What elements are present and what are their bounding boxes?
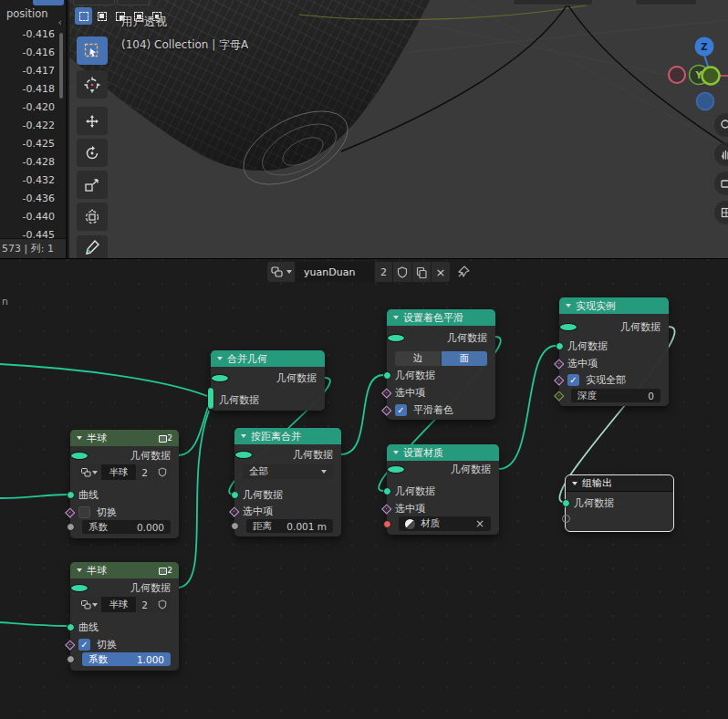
geometry-input-socket[interactable] (383, 371, 391, 380)
depth-field[interactable]: 深度 0 (571, 389, 660, 402)
node-header[interactable]: 组输出 (566, 475, 673, 492)
shield-icon (158, 467, 167, 477)
tool-move-button[interactable] (77, 107, 108, 135)
collapse-chevron-icon[interactable] (217, 357, 223, 360)
tool-rotate-button[interactable] (77, 139, 108, 167)
geometry-output-socket[interactable] (70, 452, 88, 460)
select-mode-extend-button[interactable] (93, 7, 110, 25)
field-value: 1.000 (137, 654, 164, 665)
select-mode-new-button[interactable] (75, 7, 92, 25)
spreadsheet-header-fragment (33, 0, 64, 5)
panel-collapse-arrow[interactable]: ‹ (58, 16, 62, 28)
group-users-count[interactable]: 2 (137, 597, 152, 612)
collapse-chevron-icon[interactable] (393, 451, 399, 454)
group-fake-user-button[interactable] (153, 597, 171, 612)
tree-browse-button[interactable] (267, 262, 295, 282)
collapse-chevron-icon[interactable] (566, 304, 571, 307)
tool-select-box-button[interactable] (77, 36, 108, 65)
fake-user-button[interactable] (393, 262, 411, 282)
merge-mode-dropdown[interactable]: 全部 (243, 464, 333, 479)
tool-cursor-button[interactable] (77, 70, 108, 99)
input-row: 几何数据 (211, 391, 325, 409)
realize-all-checkbox[interactable]: ✓ (567, 374, 579, 386)
group-browse-button[interactable] (78, 597, 100, 612)
tree-name-field[interactable]: yuanDuan (296, 262, 374, 282)
pin-button[interactable] (456, 265, 471, 283)
tool-annotate-button[interactable] (77, 235, 108, 258)
group-name-field[interactable]: 半球 (101, 464, 136, 480)
chevron-down-icon (286, 270, 292, 274)
node-header[interactable]: 合并几何 (211, 350, 325, 367)
node-set-material[interactable]: 设置材质 几何数据 几何数据 选中项 材质 × (387, 444, 499, 535)
material-select-field[interactable]: 材质 × (399, 516, 491, 531)
smooth-checkbox[interactable]: ✓ (395, 404, 407, 416)
node-merge-by-distance[interactable]: 按距离合并 几何数据 全部 几何数据 选中项 距离 0.001 m (234, 428, 341, 537)
group-browse-button[interactable] (78, 464, 100, 480)
factor-input-socket[interactable] (67, 523, 75, 531)
node-header[interactable]: 按距离合并 (234, 428, 341, 444)
unlink-button[interactable]: × (432, 262, 450, 282)
distance-field[interactable]: 距离 0.001 m (246, 519, 333, 533)
node-hemisphere-top[interactable]: 半球 2 几何数据 半球 2 曲线 切换 系数 0.000 (70, 430, 179, 538)
shield-icon (158, 599, 167, 610)
geometry-output-socket[interactable] (387, 334, 405, 342)
node-realize-instances[interactable]: 实现实例 几何数据 几何数据 选中项 ✓实现全部 深度 0 (559, 297, 669, 406)
node-header[interactable]: 设置着色平滑 (387, 309, 495, 326)
node-join-geometry[interactable]: 合并几何 几何数据 几何数据 (211, 350, 325, 411)
node-hemisphere-bottom[interactable]: 半球 2 几何数据 半球 2 曲线 ✓切换 系数 1.000 (70, 562, 179, 671)
navigation-gizmo[interactable]: Y Z (669, 37, 728, 110)
factor-input-socket[interactable] (67, 655, 75, 663)
group-fake-user-button[interactable] (153, 464, 171, 480)
factor-field[interactable]: 系数 1.000 (82, 652, 171, 666)
toggle-checkbox[interactable]: ✓ (78, 639, 90, 651)
node-header[interactable]: 半球 2 (70, 562, 179, 578)
clear-material-icon[interactable]: × (475, 517, 484, 530)
wire-input-to-hemi-top (0, 495, 67, 498)
collapse-chevron-icon[interactable] (393, 316, 399, 319)
collapse-chevron-icon[interactable] (77, 568, 82, 572)
toggle-checkbox[interactable] (78, 506, 90, 518)
collapse-chevron-icon[interactable] (572, 482, 577, 485)
distance-input-socket[interactable] (231, 522, 239, 530)
geometry-output-socket[interactable] (234, 451, 253, 459)
tool-transform-button[interactable] (77, 203, 108, 231)
node-group-output[interactable]: 组输出 几何数据 (566, 475, 673, 531)
virtual-input-socket[interactable] (562, 515, 570, 523)
geometry-input-socket[interactable] (231, 491, 239, 499)
node-header[interactable]: 设置材质 (387, 444, 499, 461)
material-input-socket[interactable] (383, 520, 391, 528)
node-header[interactable]: 实现实例 (559, 297, 669, 314)
geometry-multi-input-socket[interactable] (207, 387, 214, 410)
group-name-field[interactable]: 半球 (101, 597, 136, 612)
node-tree-icon (81, 600, 91, 610)
geometry-output-socket[interactable] (559, 323, 577, 331)
new-copy-button[interactable] (412, 262, 431, 282)
gizmo-z-neg-ball[interactable] (697, 93, 714, 110)
node-title: 半球 (87, 432, 107, 445)
geometry-input-socket[interactable] (556, 342, 564, 350)
geometry-output-socket[interactable] (211, 374, 229, 382)
factor-field[interactable]: 系数 0.000 (82, 520, 171, 534)
field-label: 深度 (577, 390, 597, 402)
geometry-output-socket[interactable] (387, 465, 405, 474)
group-users-count[interactable]: 2 (137, 464, 152, 480)
3d-viewport[interactable]: Y Z (69, 0, 728, 258)
gizmo-y2-ball[interactable] (702, 68, 720, 85)
curve-input-socket[interactable] (67, 491, 75, 499)
node-header[interactable]: 半球 2 (70, 430, 179, 446)
geometry-output-socket[interactable] (70, 584, 88, 592)
collapse-chevron-icon[interactable] (241, 434, 246, 438)
gizmo-x-ball[interactable] (669, 67, 685, 83)
spreadsheet-scrollbar[interactable] (59, 33, 63, 99)
geometry-input-socket[interactable] (562, 499, 570, 507)
geometry-node-editor[interactable]: n yuanDuan 2 (0, 258, 728, 719)
edge-toggle-button[interactable]: 边 (395, 351, 441, 366)
input-row: 曲线 (70, 486, 179, 504)
tree-users-count[interactable]: 2 (375, 262, 392, 282)
collapse-chevron-icon[interactable] (77, 436, 82, 440)
geometry-input-socket[interactable] (383, 487, 391, 495)
node-set-shade-smooth[interactable]: 设置着色平滑 几何数据 边 面 几何数据 选中项 ✓平滑着色 (387, 309, 495, 420)
tool-scale-button[interactable] (77, 171, 108, 199)
face-toggle-button[interactable]: 面 (442, 351, 487, 366)
curve-input-socket[interactable] (67, 623, 75, 631)
